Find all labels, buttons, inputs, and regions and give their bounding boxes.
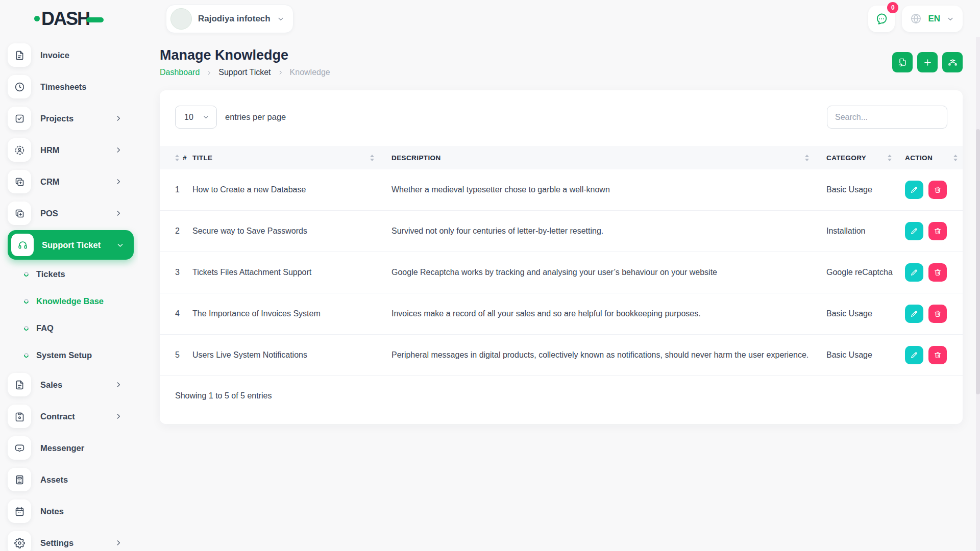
- delete-button[interactable]: [928, 346, 947, 364]
- trash-icon: [934, 351, 942, 359]
- sidebar-item-pos[interactable]: POS: [8, 197, 138, 229]
- table-header-row: # TITLE DESCRIPTION CATEGORY: [160, 146, 963, 169]
- row-title: Tickets Files Attachment Support: [192, 252, 391, 293]
- company-selector[interactable]: Rajodiya infotech: [166, 5, 293, 33]
- breadcrumb-dashboard[interactable]: Dashboard: [160, 68, 200, 77]
- sort-icon: [888, 155, 892, 161]
- bullet-icon: [23, 352, 30, 359]
- row-category: Basic Usage: [826, 169, 905, 211]
- company-avatar: [170, 8, 192, 30]
- chevron-right-icon: [114, 178, 122, 186]
- column-header-category[interactable]: CATEGORY: [826, 146, 905, 169]
- breadcrumb-support-ticket[interactable]: Support Ticket: [218, 68, 271, 77]
- bullet-icon: [23, 298, 30, 305]
- sidebar-item-settings[interactable]: Settings: [8, 527, 138, 551]
- pencil-icon: [910, 186, 918, 194]
- row-description: Survived not only four centuries of lett…: [391, 211, 826, 252]
- sidebar-subitem-system-setup[interactable]: System Setup: [8, 342, 138, 369]
- column-header-description[interactable]: DESCRIPTION: [391, 146, 826, 169]
- chevron-down-icon: [202, 113, 210, 121]
- column-header-number[interactable]: #: [160, 146, 192, 169]
- copy-plus-icon: [8, 202, 31, 225]
- sidebar-subitem-label: Tickets: [36, 269, 65, 279]
- trash-icon: [934, 310, 942, 318]
- chat-badge: 0: [887, 2, 898, 13]
- language-selector[interactable]: EN: [902, 6, 963, 32]
- sidebar-subitem-tickets[interactable]: Tickets: [8, 261, 138, 288]
- chevron-right-icon: [277, 69, 284, 76]
- row-description: Google Recaptcha works by tracking and a…: [391, 252, 826, 293]
- export-button[interactable]: [892, 52, 913, 72]
- edit-button[interactable]: [905, 346, 923, 364]
- sidebar-item-invoice[interactable]: Invoice: [8, 39, 138, 71]
- chevron-down-icon: [277, 15, 285, 23]
- sidebar-item-hrm[interactable]: HRM: [8, 134, 138, 166]
- chevron-right-icon: [114, 146, 122, 154]
- edit-button[interactable]: [905, 263, 923, 282]
- sidebar-item-sales[interactable]: Sales: [8, 369, 138, 400]
- sidebar-subitem-knowledge-base[interactable]: Knowledge Base: [8, 288, 138, 315]
- sidebar-subitem-faq[interactable]: FAQ: [8, 315, 138, 342]
- scrollbar-thumb[interactable]: [976, 129, 980, 394]
- message-icon: [8, 436, 31, 460]
- sidebar-item-label: Invoice: [40, 51, 69, 60]
- top-header: DASH Rajodiya infotech 0 EN: [0, 0, 980, 37]
- delete-button[interactable]: [928, 181, 947, 199]
- copy-plus-icon: [8, 170, 31, 193]
- sidebar-item-projects[interactable]: Projects: [8, 103, 138, 134]
- row-description: Whether a medieval typesetter chose to g…: [391, 169, 826, 211]
- entries-per-page-select[interactable]: 10: [175, 106, 217, 129]
- sidebar-item-contract[interactable]: Contract: [8, 400, 138, 432]
- category-button[interactable]: [942, 52, 963, 72]
- edit-button[interactable]: [905, 222, 923, 240]
- row-category: Google reCaptcha: [826, 252, 905, 293]
- chat-button[interactable]: 0: [868, 6, 895, 32]
- edit-button[interactable]: [905, 305, 923, 323]
- headset-icon: [11, 234, 34, 256]
- logo[interactable]: DASH: [0, 8, 138, 30]
- pencil-icon: [910, 351, 918, 359]
- chevron-right-icon: [206, 69, 212, 76]
- sidebar-item-assets[interactable]: Assets: [8, 464, 138, 495]
- sidebar-subitem-label: FAQ: [36, 323, 54, 333]
- edit-button[interactable]: [905, 181, 923, 199]
- calculator-icon: [8, 468, 31, 491]
- sidebar-item-support-ticket[interactable]: Support Ticket: [8, 230, 134, 260]
- column-header-action[interactable]: ACTION: [905, 146, 963, 169]
- app: DASH Rajodiya infotech 0 EN: [0, 0, 980, 551]
- delete-button[interactable]: [928, 222, 947, 240]
- table-row: 4 The Importance of Invoices System Invo…: [160, 293, 963, 335]
- sidebar-item-messenger[interactable]: Messenger: [8, 432, 138, 464]
- row-number: 3: [160, 252, 192, 293]
- sidebar-item-label: Projects: [40, 114, 74, 123]
- scrollbar[interactable]: [976, 37, 980, 551]
- row-category: Basic Usage: [826, 293, 905, 335]
- sidebar-item-notes[interactable]: Notes: [8, 495, 138, 527]
- chevron-right-icon: [114, 539, 122, 547]
- sidebar-item-label: Timesheets: [40, 82, 87, 92]
- delete-button[interactable]: [928, 263, 947, 282]
- bullet-icon: [23, 325, 30, 332]
- sidebar-item-label: POS: [40, 209, 58, 218]
- sidebar-item-timesheets[interactable]: Timesheets: [8, 71, 138, 103]
- search-input[interactable]: [827, 106, 947, 129]
- pencil-icon: [910, 227, 918, 235]
- pencil-icon: [910, 310, 918, 318]
- create-button[interactable]: [917, 52, 938, 72]
- sort-icon: [370, 155, 374, 161]
- delete-button[interactable]: [928, 305, 947, 323]
- bullet-icon: [23, 271, 30, 278]
- sidebar: Invoice Timesheets Projects HRM CRM: [0, 37, 138, 551]
- row-title: Secure way to Save Passwords: [192, 211, 391, 252]
- row-description: Peripheral messages in digital products,…: [391, 335, 826, 376]
- sidebar-item-label: Sales: [40, 380, 62, 390]
- sidebar-item-label: HRM: [40, 145, 60, 155]
- sidebar-item-label: Assets: [40, 475, 68, 485]
- logo-dot-icon: [34, 16, 40, 21]
- calendar-icon: [8, 499, 31, 523]
- row-description: Invoices make a record of all your sales…: [391, 293, 826, 335]
- sidebar-item-crm[interactable]: CRM: [8, 166, 138, 197]
- breadcrumb-current: Knowledge: [290, 68, 330, 77]
- column-header-title[interactable]: TITLE: [192, 146, 391, 169]
- sidebar-subitem-label: System Setup: [36, 350, 92, 360]
